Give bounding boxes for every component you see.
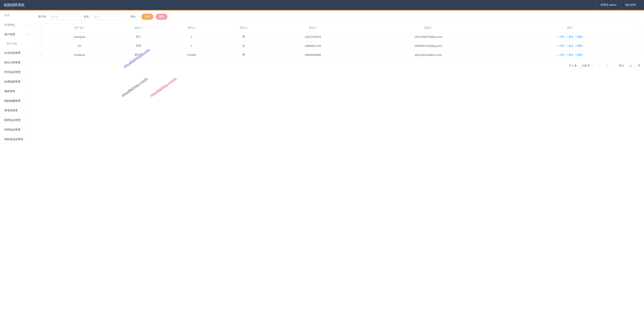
table-row: mudaima慕代码123456男18809098888admin@mudaim… (38, 50, 640, 59)
delete-link[interactable]: 删除 (575, 35, 583, 38)
goto-input[interactable] (626, 63, 635, 68)
row-checkbox[interactable] (41, 35, 44, 38)
chevron-down-icon (28, 90, 30, 92)
edit-icon (566, 45, 568, 47)
delete-link[interactable]: 删除 (575, 44, 583, 48)
cell-password: 123456 (164, 50, 219, 59)
edit-link[interactable]: 修改 (566, 53, 574, 57)
chevron-down-icon (28, 119, 30, 121)
sidebar-group[interactable]: 岗位分类管理 (0, 58, 34, 67)
sidebar-group[interactable]: 学历信息管理 (0, 67, 34, 77)
page-suffix: 页 (638, 64, 640, 67)
cell-actions: 详情修改删除 (499, 50, 640, 59)
edit-link[interactable]: 修改 (566, 44, 574, 48)
admin-link[interactable]: 管理员 admin (596, 0, 621, 10)
col-phone[interactable]: 电话 (268, 23, 357, 32)
cell-username: lisi (46, 41, 113, 50)
sidebar-group[interactable]: 我的收藏管理 (0, 96, 34, 106)
filter-bar: 用户名 姓名 查询 新增 删除 (38, 14, 640, 20)
detail-link[interactable]: 详情 (556, 44, 564, 48)
pagination: 共 3 条 10条/页 1 前往 页 (38, 63, 640, 68)
detail-link[interactable]: 详情 (556, 35, 564, 38)
prev-page-button[interactable] (597, 63, 602, 68)
sidebar-group-label: 企业信息管理 (4, 51, 20, 55)
col-username[interactable]: 用户名 (46, 23, 113, 32)
sort-icon (315, 27, 316, 29)
edit-link[interactable]: 修改 (566, 35, 574, 38)
col-password[interactable]: 密码 (164, 23, 219, 32)
pagination-total: 共 3 条 (569, 64, 576, 67)
sidebar-group-label: 我的收藏管理 (4, 99, 20, 103)
add-button[interactable]: 新增 (142, 14, 153, 20)
cell-username: zhangsan (46, 32, 113, 41)
sort-icon (141, 27, 142, 29)
name-label: 姓名 (84, 15, 89, 18)
cell-phone: 13512345678 (268, 32, 357, 41)
chevron-left-icon (599, 64, 601, 67)
trash-icon (575, 45, 577, 47)
chevron-down-icon (28, 24, 30, 26)
chevron-down-icon (28, 100, 30, 102)
row-checkbox[interactable] (41, 53, 44, 56)
sidebar-group-label: 岗位分类管理 (4, 61, 20, 64)
chevron-down-icon (28, 129, 30, 131)
chevron-down-icon (28, 81, 30, 83)
username-label: 用户名 (38, 15, 46, 18)
cell-gender: 女 (219, 41, 268, 50)
sidebar-group[interactable]: 企业信息管理 (0, 48, 34, 58)
cell-gender: 男 (219, 50, 268, 59)
sidebar-group[interactable]: 用户管理 (0, 30, 34, 39)
search-button[interactable]: 查询 (127, 14, 139, 20)
chevron-down-icon (591, 64, 593, 67)
sidebar-group-label: 应聘信息管理 (4, 128, 20, 131)
logout-link[interactable]: 退出登录 (621, 0, 640, 10)
header-right: 管理员 admin 退出登录 (596, 0, 640, 10)
cell-gender: 男 (219, 32, 268, 41)
detail-link[interactable]: 详情 (556, 53, 564, 57)
cell-phone: 18866661234 (268, 41, 357, 50)
sidebar-group[interactable]: 管理员管理 (0, 106, 34, 115)
edit-icon (566, 36, 568, 38)
cell-password: 1 (164, 32, 219, 41)
header: 校园招聘系统 管理员 admin 退出登录 (0, 0, 644, 10)
col-gender[interactable]: 性别 (219, 23, 268, 32)
sidebar-sub-item[interactable]: 用户列表 (0, 39, 34, 48)
trash-icon (575, 54, 577, 56)
sidebar-group-label: 系统管理 (4, 90, 15, 93)
sidebar-group-label: 友情链接管理 (4, 80, 20, 83)
sidebar-group[interactable]: 系统管理 (0, 87, 34, 96)
sidebar-home[interactable]: 首页 (0, 10, 34, 20)
next-page-button[interactable] (611, 63, 616, 68)
name-input[interactable] (92, 14, 124, 20)
trash-icon (575, 36, 577, 38)
sidebar-group-label: 招聘信息管理 (4, 118, 20, 122)
table-row: zhangsan张三1男1351234567813512345678@qq.co… (38, 32, 640, 41)
sidebar-group-label: 求职者信息管理 (4, 138, 23, 141)
cell-email: 13512345678@qq.com (357, 32, 499, 41)
sidebar-group[interactable]: 求职者信息管理 (0, 135, 34, 144)
username-input[interactable] (48, 14, 82, 20)
page-size-select[interactable]: 10条/页 (580, 63, 594, 68)
sidebar: 首页 个人中心用户管理用户列表企业信息管理岗位分类管理学历信息管理友情链接管理系… (0, 10, 34, 336)
sidebar-group-label: 个人中心 (4, 23, 15, 27)
chevron-down-icon (28, 109, 30, 112)
sidebar-group-label: 学历信息管理 (4, 70, 20, 74)
page-number[interactable]: 1 (605, 64, 608, 67)
sidebar-group[interactable]: 友情链接管理 (0, 77, 34, 87)
sidebar-group[interactable]: 招聘信息管理 (0, 115, 34, 125)
cell-name: 李四 (113, 41, 164, 50)
select-all-checkbox[interactable] (41, 26, 44, 29)
app-title: 校园招聘系统 (4, 3, 24, 7)
delete-link[interactable]: 删除 (575, 53, 583, 57)
sidebar-group[interactable]: 个人中心 (0, 20, 34, 30)
sidebar-group-label: 用户管理 (4, 33, 15, 36)
row-checkbox[interactable] (41, 44, 44, 47)
edit-icon (556, 54, 559, 56)
chevron-up-icon (28, 33, 30, 36)
sidebar-group[interactable]: 应聘信息管理 (0, 125, 34, 135)
data-table: 用户名 姓名 密码 性别 电话 邮箱 操作 zhangsan张三1男135123… (38, 23, 640, 59)
col-name[interactable]: 姓名 (113, 23, 164, 32)
delete-button[interactable]: 删除 (156, 14, 168, 20)
col-email[interactable]: 邮箱 (357, 23, 499, 32)
chevron-down-icon (28, 52, 30, 54)
